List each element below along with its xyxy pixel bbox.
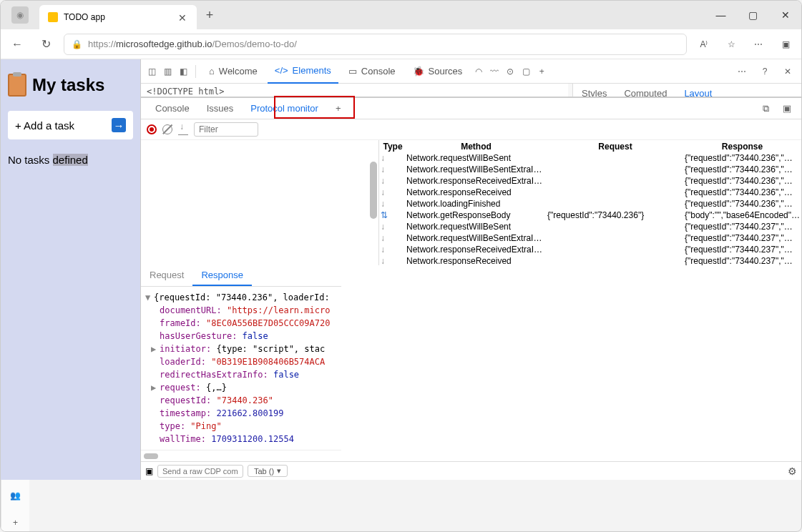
- address-bar: ← ↻ 🔒 https://microsoftedge.github.io/De…: [1, 29, 801, 59]
- sources-icon: 🐞: [413, 66, 424, 77]
- page-heading: My tasks: [8, 74, 133, 97]
- protocol-toolbar: [141, 119, 801, 140]
- save-button[interactable]: [178, 124, 188, 135]
- titlebar: ◉ TODO app ✕ + — ▢ ✕: [1, 1, 801, 29]
- table-row[interactable]: ↓Network.requestWillBeSent{"requestId":"…: [381, 153, 800, 163]
- lock-icon: 🔒: [72, 39, 82, 49]
- clipboard-icon: [8, 74, 26, 97]
- table-row[interactable]: ↓Network.requestWillBeSentExtraI…{"reque…: [381, 164, 800, 174]
- cdp-command-input[interactable]: [157, 465, 243, 478]
- table-row[interactable]: ↓Network.responseReceived{"requestId":"7…: [381, 256, 800, 265]
- elements-icon: </>: [275, 65, 288, 76]
- table-row[interactable]: ↓Network.responseReceived{"requestId":"7…: [381, 187, 800, 197]
- minimize-button[interactable]: —: [705, 1, 737, 29]
- console-icon[interactable]: ▣: [145, 466, 153, 476]
- detail-tab-response[interactable]: Response: [192, 265, 252, 286]
- rendered-page: My tasks + Add a task → No tasks defined: [1, 59, 140, 480]
- home-icon: ⌂: [209, 66, 215, 77]
- devtools-drawer: Console Issues Protocol monitor + ⧉ ▣: [141, 97, 801, 461]
- inspect-icon[interactable]: ◫: [145, 65, 158, 78]
- drawer-tab-console[interactable]: Console: [147, 98, 198, 119]
- drawer-statusbar: ▣ Tab ()▾ ⚙: [141, 461, 801, 480]
- tab-console[interactable]: ▭Console: [341, 59, 403, 84]
- col-request[interactable]: Request: [547, 142, 683, 152]
- profile-avatar[interactable]: ◉: [11, 6, 29, 24]
- col-response[interactable]: Response: [685, 142, 800, 152]
- new-tab-button[interactable]: +: [200, 5, 220, 25]
- tab-elements[interactable]: </>Elements: [268, 59, 338, 84]
- no-tasks-label: No tasks defined: [8, 154, 133, 166]
- protocol-detail-pane: Request Response ▼{requestId: "73440.236…: [141, 265, 341, 461]
- cdp-target-select[interactable]: Tab ()▾: [248, 465, 288, 477]
- sidebar-add-icon[interactable]: +: [7, 514, 24, 531]
- read-aloud-icon[interactable]: A⁾: [694, 34, 714, 54]
- console-icon: ▭: [348, 66, 357, 77]
- url-text: https://microsoftedge.github.io/Demos/de…: [88, 39, 679, 49]
- app-icon[interactable]: ▢: [519, 65, 532, 78]
- table-row[interactable]: ↓Network.responseReceivedExtraI…{"reques…: [381, 245, 800, 255]
- add-task-go-icon[interactable]: →: [112, 118, 126, 132]
- close-devtools-icon[interactable]: ✕: [778, 62, 797, 81]
- refresh-button[interactable]: ↻: [35, 34, 57, 55]
- drawer-popout-icon[interactable]: ⧉: [757, 101, 774, 117]
- table-row[interactable]: ⇅Network.getResponseBody{"requestId":"73…: [381, 210, 800, 220]
- detail-tab-request[interactable]: Request: [141, 265, 192, 286]
- help-icon[interactable]: ?: [755, 62, 774, 81]
- horizontal-scrollbar[interactable]: [144, 453, 158, 459]
- wifi-icon[interactable]: ◠: [472, 65, 485, 78]
- protocol-table[interactable]: [141, 140, 379, 265]
- drawer-tab-protocol-monitor[interactable]: Protocol monitor: [242, 98, 327, 119]
- tab-computed[interactable]: Computed: [615, 84, 675, 97]
- browser-tab[interactable]: TODO app ✕: [39, 5, 197, 29]
- url-field[interactable]: 🔒 https://microsoftedge.github.io/Demos/…: [64, 34, 687, 55]
- sidebar-toggle-icon[interactable]: ▣: [776, 34, 796, 54]
- memory-icon[interactable]: ⊙: [504, 65, 517, 78]
- detail-json[interactable]: ▼{requestId: "73440.236", loaderId: docu…: [141, 287, 341, 450]
- drawer-dock-icon[interactable]: ▣: [778, 101, 796, 117]
- maximize-button[interactable]: ▢: [737, 1, 769, 29]
- settings-gear-icon[interactable]: ⚙: [788, 466, 797, 477]
- clear-button[interactable]: [162, 124, 172, 134]
- tab-close-icon[interactable]: ✕: [178, 12, 188, 22]
- tab-sources[interactable]: 🐞Sources: [406, 59, 470, 84]
- tab-title: TODO app: [64, 12, 105, 22]
- favorite-icon[interactable]: ☆: [721, 34, 741, 54]
- dom-tree[interactable]: <!DOCTYPE html> <html lang="en"> ▶<head>…: [141, 84, 572, 97]
- teams-icon[interactable]: 👥: [7, 487, 24, 504]
- record-button[interactable]: [147, 124, 157, 134]
- tab-welcome[interactable]: ⌂Welcome: [202, 59, 265, 84]
- edge-sidebar: 👥 +: [1, 480, 29, 531]
- dock-icon[interactable]: ◧: [177, 65, 190, 78]
- favicon-icon: [48, 12, 58, 22]
- device-icon[interactable]: ▥: [161, 65, 174, 78]
- menu-icon[interactable]: ⋯: [748, 34, 768, 54]
- col-type[interactable]: Type: [381, 142, 405, 152]
- drawer-tab-issues[interactable]: Issues: [198, 98, 243, 119]
- perf-icon[interactable]: 〰: [488, 65, 501, 78]
- devtools-main-tabs: ◫ ▥ ◧ ⌂Welcome </>Elements ▭Console 🐞Sou…: [141, 59, 801, 84]
- add-task-button[interactable]: + Add a task →: [8, 111, 133, 139]
- table-row[interactable]: ↓Network.requestWillBeSentExtraI…{"reque…: [381, 233, 800, 243]
- styles-pane: Styles Computed Layout ▼ Grid Overlay di…: [572, 84, 801, 97]
- filter-input[interactable]: [194, 122, 258, 137]
- tab-layout[interactable]: Layout: [675, 84, 720, 97]
- close-window-button[interactable]: ✕: [769, 1, 801, 29]
- more-tabs-icon[interactable]: +: [535, 65, 548, 78]
- table-row[interactable]: ↓Network.requestWillBeSent{"requestId":"…: [381, 222, 800, 232]
- elements-panel: <!DOCTYPE html> <html lang="en"> ▶<head>…: [141, 84, 572, 97]
- table-row[interactable]: ↓Network.loadingFinished{"requestId":"73…: [381, 199, 800, 209]
- tab-styles[interactable]: Styles: [573, 84, 615, 97]
- col-method[interactable]: Method: [406, 142, 546, 152]
- drawer-add-tab-icon[interactable]: +: [327, 98, 350, 119]
- more-icon[interactable]: ⋯: [733, 62, 751, 81]
- back-button[interactable]: ←: [6, 34, 28, 55]
- table-row[interactable]: ↓Network.responseReceivedExtraI…{"reques…: [381, 176, 800, 186]
